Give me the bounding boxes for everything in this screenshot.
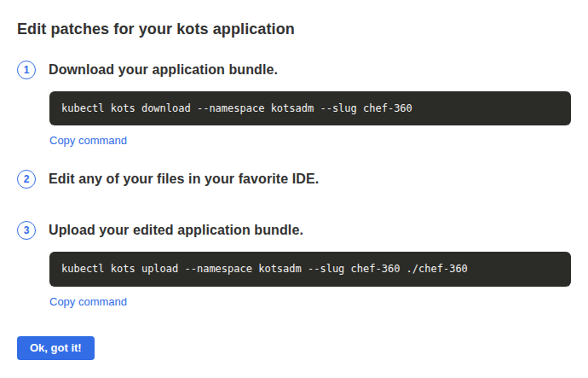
download-command-block: kubectl kots download --namespace kotsad… — [49, 91, 571, 125]
edit-patches-panel: Edit patches for your kots application 1… — [0, 0, 588, 360]
step-download-body: kubectl kots download --namespace kotsad… — [49, 91, 571, 148]
copy-download-command-link[interactable]: Copy command — [49, 134, 127, 147]
step-upload: 3 Upload your edited application bundle.… — [17, 221, 571, 308]
step-upload-body: kubectl kots upload --namespace kotsadm … — [49, 252, 571, 308]
step-heading: Download your application bundle. — [49, 62, 278, 78]
step-edit: 2 Edit any of your files in your favorit… — [17, 170, 571, 189]
step-number-badge: 1 — [17, 61, 36, 79]
download-command-text: kubectl kots download --namespace kotsad… — [61, 102, 412, 114]
step-download: 1 Download your application bundle. kube… — [17, 61, 571, 148]
step-number-badge: 3 — [17, 221, 36, 240]
upload-command-block: kubectl kots upload --namespace kotsadm … — [49, 252, 571, 286]
ok-got-it-button[interactable]: Ok, got it! — [17, 336, 95, 360]
step-upload-header: 3 Upload your edited application bundle. — [17, 221, 571, 240]
upload-command-text: kubectl kots upload --namespace kotsadm … — [61, 263, 468, 275]
step-heading: Edit any of your files in your favorite … — [49, 172, 319, 187]
step-number-badge: 2 — [17, 170, 36, 189]
page-title: Edit patches for your kots application — [17, 20, 571, 38]
step-heading: Upload your edited application bundle. — [49, 223, 303, 238]
footer: Ok, got it! — [17, 336, 571, 360]
step-edit-header: 2 Edit any of your files in your favorit… — [17, 170, 571, 189]
step-download-header: 1 Download your application bundle. — [17, 61, 571, 79]
copy-upload-command-link[interactable]: Copy command — [49, 295, 127, 308]
